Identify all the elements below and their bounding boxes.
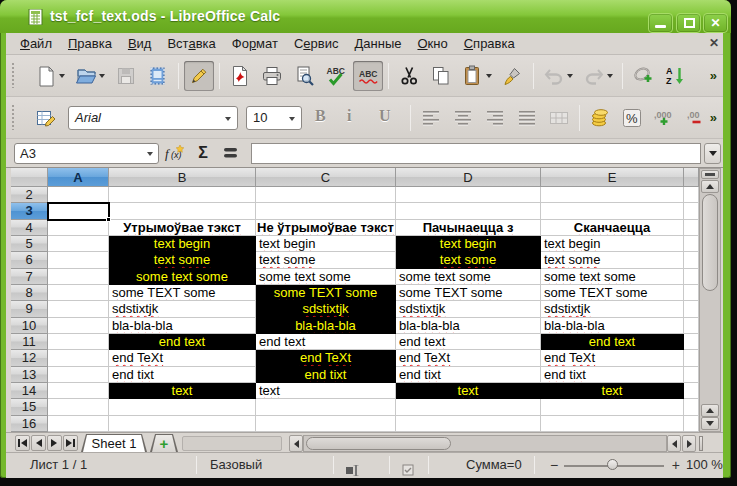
document-modified-icon[interactable] (402, 460, 414, 485)
cell-A6[interactable] (48, 252, 109, 268)
horizontal-scrollbar-track[interactable] (303, 435, 667, 452)
row-header-14[interactable]: 14 (11, 383, 48, 399)
cell-C11[interactable]: end text (256, 334, 396, 350)
zoom-level-field[interactable]: 100 % (686, 453, 723, 478)
clone-formatting-button[interactable] (498, 61, 528, 91)
cell-E13[interactable]: end tixt (541, 367, 684, 383)
percent-button[interactable]: % (617, 103, 647, 133)
cell-C8[interactable]: some TEXT some (256, 285, 396, 301)
close-button[interactable]: ✕ (703, 13, 728, 33)
new-document-button[interactable] (31, 61, 69, 91)
zoom-slider-thumb[interactable] (607, 459, 618, 470)
split-handle[interactable] (701, 170, 719, 179)
cell-E14[interactable]: text (541, 383, 684, 399)
toolbar-grip[interactable] (12, 63, 16, 88)
dropdown-arrow-icon[interactable] (99, 74, 105, 78)
scroll-left-button-2[interactable] (667, 435, 681, 452)
scroll-up-button[interactable] (701, 180, 719, 193)
auto-spellcheck-button[interactable]: ABC (353, 61, 383, 91)
cell-A5[interactable] (48, 236, 109, 252)
menu-edit[interactable]: Правка (60, 33, 120, 54)
cell-C9[interactable]: sdstixtjk (256, 301, 396, 317)
zoom-in-icon[interactable]: + (672, 453, 680, 477)
cell-A2[interactable] (48, 187, 109, 203)
bold-button[interactable]: B (311, 103, 341, 133)
first-sheet-button[interactable] (15, 435, 30, 451)
cell-D3[interactable] (396, 203, 541, 219)
minimize-button[interactable] (648, 13, 673, 33)
cell-F3[interactable] (684, 203, 699, 219)
cell-D2[interactable] (396, 187, 541, 203)
cell-A8[interactable] (48, 285, 109, 301)
cell-C13[interactable]: end tixt (256, 367, 396, 383)
cell-B14[interactable]: text (109, 383, 256, 399)
delete-decimal-button[interactable]: ,00 (681, 103, 711, 133)
cell-B16[interactable] (109, 416, 256, 432)
dropdown-arrow-icon[interactable] (607, 74, 613, 78)
cell-B11[interactable]: end text (109, 334, 256, 350)
menu-data[interactable]: Данные (346, 33, 409, 54)
edit-file-button[interactable] (184, 61, 214, 91)
cell-B10[interactable]: bla-bla-bla (109, 318, 256, 334)
cell-B4[interactable]: Утрымоўвае тэкст (109, 220, 256, 236)
maximize-button[interactable] (676, 13, 701, 33)
cell-E11[interactable]: end text (541, 334, 684, 350)
add-decimal-button[interactable]: ,000 (649, 103, 679, 133)
page-preview-button[interactable] (289, 61, 319, 91)
cell-D7[interactable]: some text some (396, 269, 541, 285)
row-header-13[interactable]: 13 (11, 367, 48, 383)
paste-button[interactable] (458, 61, 496, 91)
cell-C10[interactable]: bla-bla-bla (256, 318, 396, 334)
column-header-A[interactable]: A (48, 168, 109, 187)
cell-A15[interactable] (48, 399, 109, 415)
cell-C7[interactable]: some text some (256, 269, 396, 285)
name-box[interactable]: A3 (14, 143, 159, 164)
cell-A4[interactable] (48, 220, 109, 236)
cell-E9[interactable]: sdstixtjk (541, 301, 684, 317)
vertical-scrollbar[interactable] (699, 168, 721, 432)
cell-D8[interactable]: some TEXT some (396, 285, 541, 301)
cell-edit-button[interactable] (31, 103, 61, 133)
cell-A12[interactable] (48, 350, 109, 366)
row-header-2[interactable]: 2 (11, 187, 48, 203)
open-button[interactable] (71, 61, 109, 91)
column-header-C[interactable]: C (256, 168, 396, 187)
export-pdf-button[interactable] (225, 61, 255, 91)
scroll-down-button[interactable] (701, 417, 719, 430)
align-justified-button[interactable] (512, 103, 542, 133)
cell-B5[interactable]: text begin (109, 236, 256, 252)
cut-button[interactable] (394, 61, 424, 91)
cell-F14[interactable] (684, 383, 699, 399)
row-header-3[interactable]: 3 (11, 203, 48, 219)
zoom-out-icon[interactable]: − (550, 453, 558, 477)
cell-F6[interactable] (684, 252, 699, 268)
titlebar[interactable]: tst_fcf_text.ods - LibreOffice Calc ✕ (0, 0, 731, 33)
cell-E2[interactable] (541, 187, 684, 203)
cell-E16[interactable] (541, 416, 684, 432)
cell-D11[interactable]: end text (396, 334, 541, 350)
sort-ascending-button[interactable]: AZ (660, 61, 690, 91)
column-header-B[interactable]: B (109, 168, 256, 187)
cell-C16[interactable] (256, 416, 396, 432)
sum-icon[interactable]: Σ (191, 142, 215, 164)
menu-view[interactable]: Вид (120, 33, 160, 54)
cell-B6[interactable]: text some (109, 252, 256, 268)
cell-A16[interactable] (48, 416, 109, 432)
column-header-partial[interactable] (684, 168, 699, 187)
split-handle[interactable] (699, 436, 703, 451)
cell-B15[interactable] (109, 399, 256, 415)
page-style-field[interactable]: Базовый (210, 453, 262, 478)
cell-E3[interactable] (541, 203, 684, 219)
row-header-4[interactable]: 4 (11, 220, 48, 236)
row-header-6[interactable]: 6 (11, 252, 48, 268)
menu-help[interactable]: Справка (456, 33, 523, 54)
cell-B9[interactable]: sdstixtjk (109, 301, 256, 317)
underline-button[interactable]: U (375, 103, 405, 133)
function-wizard-icon[interactable]: f(x) (163, 142, 187, 164)
print-button[interactable] (257, 61, 287, 91)
cell-C2[interactable] (256, 187, 396, 203)
cell-C6[interactable]: text some (256, 252, 396, 268)
cell-F10[interactable] (684, 318, 699, 334)
cell-B7[interactable]: some text some (109, 269, 256, 285)
formula-icon[interactable] (219, 142, 243, 164)
